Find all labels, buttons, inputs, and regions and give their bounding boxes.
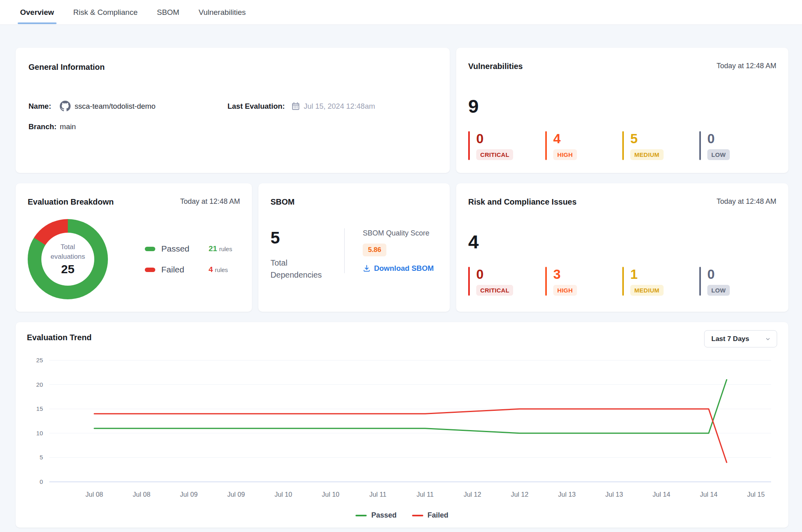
- date-range-value: Last 7 Days: [711, 335, 749, 343]
- chevron-down-icon: [765, 336, 771, 342]
- risk-severity-row: 0 CRITICAL 3 HIGH 1 MEDIUM: [468, 267, 776, 296]
- repo-name-value: ssca-team/todolist-demo: [75, 102, 156, 111]
- severity-bar: [545, 267, 547, 296]
- sbom-title: SBOM: [270, 197, 438, 207]
- overview-page: General Information Name: ssca-team/todo…: [0, 25, 802, 528]
- last-evaluation-value: Jul 15, 2024 12:48am: [304, 102, 375, 111]
- svg-text:Jul 11: Jul 11: [369, 491, 386, 498]
- branch-label: Branch:: [28, 122, 60, 131]
- download-sbom-link[interactable]: Download SBOM: [363, 264, 434, 273]
- high-badge: HIGH: [553, 285, 577, 296]
- vulnerabilities-severity-row: 0 CRITICAL 4 HIGH 5 MEDIUM: [468, 131, 776, 160]
- legend-row-failed: Failed 4 rules: [145, 265, 232, 274]
- severity-bar: [622, 131, 624, 160]
- evaluation-breakdown-title: Evaluation Breakdown: [28, 197, 114, 207]
- low-badge: LOW: [707, 149, 730, 160]
- general-information-card: General Information Name: ssca-team/todo…: [16, 48, 450, 173]
- low-badge: LOW: [707, 285, 730, 296]
- severity-critical: 0 CRITICAL: [468, 267, 545, 296]
- trend-legend: Passed Failed: [27, 511, 777, 520]
- critical-count: 0: [476, 132, 513, 146]
- svg-text:Jul 12: Jul 12: [463, 491, 481, 498]
- svg-text:Jul 09: Jul 09: [180, 491, 198, 498]
- svg-text:Jul 09: Jul 09: [227, 491, 245, 498]
- trend-failed-label: Failed: [428, 511, 449, 520]
- critical-count: 0: [476, 267, 513, 282]
- severity-bar: [468, 131, 470, 160]
- dependency-count: 5: [270, 229, 344, 247]
- passed-pill-icon: [145, 247, 155, 251]
- medium-badge: MEDIUM: [630, 285, 664, 296]
- svg-text:Jul 08: Jul 08: [133, 491, 150, 498]
- failed-count: 4: [209, 265, 213, 274]
- svg-text:Jul 13: Jul 13: [605, 491, 623, 498]
- quality-score-label: SBOM Quality Score: [363, 229, 434, 238]
- svg-text:10: 10: [36, 430, 43, 437]
- calendar-icon: [291, 102, 300, 111]
- svg-text:Jul 14: Jul 14: [700, 491, 717, 498]
- failed-unit: rules: [215, 266, 228, 273]
- failed-label: Failed: [161, 265, 209, 274]
- trend-chart: 0510152025Jul 08Jul 08Jul 09Jul 09Jul 10…: [27, 352, 777, 510]
- severity-critical: 0 CRITICAL: [468, 131, 545, 160]
- breakdown-legend: Passed 21 rules Failed 4 rules: [145, 244, 232, 274]
- donut-total: 25: [61, 262, 74, 276]
- donut-label: Total evaluations: [47, 242, 89, 262]
- risk-compliance-timestamp: Today at 12:48 AM: [717, 197, 776, 206]
- severity-low: 0 LOW: [699, 131, 776, 160]
- branch-value: main: [60, 122, 76, 131]
- download-sbom-label: Download SBOM: [374, 264, 434, 273]
- tab-vulnerabilities[interactable]: Vulnerabilities: [198, 0, 247, 25]
- critical-badge: CRITICAL: [476, 285, 513, 296]
- severity-medium: 1 MEDIUM: [622, 267, 699, 296]
- severity-bar: [545, 131, 547, 160]
- passed-label: Passed: [161, 244, 209, 254]
- passed-unit: rules: [219, 246, 232, 252]
- svg-text:Jul 15: Jul 15: [747, 491, 765, 498]
- trend-legend-failed: Failed: [412, 511, 449, 520]
- vulnerabilities-total: 9: [468, 97, 776, 116]
- failed-line-icon: [412, 515, 423, 516]
- medium-count: 1: [630, 267, 664, 282]
- tab-risk-compliance[interactable]: Risk & Compliance: [73, 0, 139, 25]
- evaluation-trend-card: Evaluation Trend Last 7 Days 0510152025J…: [16, 322, 788, 528]
- svg-text:Jul 12: Jul 12: [511, 491, 528, 498]
- tab-sbom[interactable]: SBOM: [156, 0, 180, 25]
- severity-bar: [468, 267, 470, 296]
- svg-text:5: 5: [40, 454, 43, 461]
- risk-compliance-card: Risk and Compliance Issues Today at 12:4…: [456, 183, 788, 312]
- passed-count: 21: [209, 244, 217, 253]
- severity-low: 0 LOW: [699, 267, 776, 296]
- severity-bar: [699, 131, 701, 160]
- name-label: Name:: [28, 102, 60, 111]
- sbom-card: SBOM 5 Total Dependencies SBOM Quality S…: [258, 183, 450, 312]
- medium-count: 5: [630, 132, 664, 146]
- vulnerabilities-card: Vulnerabilities Today at 12:48 AM 9 0 CR…: [456, 48, 788, 173]
- high-count: 3: [553, 267, 577, 282]
- evaluations-donut-chart: Total evaluations 25: [28, 219, 108, 299]
- severity-bar: [622, 267, 624, 296]
- evaluation-trend-title: Evaluation Trend: [27, 333, 91, 342]
- svg-text:Jul 11: Jul 11: [416, 491, 434, 498]
- svg-text:25: 25: [36, 357, 43, 363]
- low-count: 0: [707, 132, 730, 146]
- svg-text:0: 0: [40, 478, 43, 485]
- low-count: 0: [707, 267, 730, 282]
- svg-text:20: 20: [36, 381, 43, 388]
- date-range-select[interactable]: Last 7 Days: [704, 330, 777, 347]
- svg-text:Jul 10: Jul 10: [322, 491, 339, 498]
- vulnerabilities-title: Vulnerabilities: [468, 61, 523, 71]
- last-evaluation-label: Last Evaluation:: [227, 102, 285, 111]
- passed-line-icon: [355, 515, 367, 516]
- failed-pill-icon: [145, 268, 155, 272]
- vulnerabilities-timestamp: Today at 12:48 AM: [717, 61, 776, 70]
- trend-legend-passed: Passed: [355, 511, 396, 520]
- tab-overview[interactable]: Overview: [19, 0, 55, 25]
- risk-compliance-total: 4: [468, 232, 776, 252]
- general-information-title: General Information: [28, 62, 437, 72]
- evaluation-breakdown-timestamp: Today at 12:48 AM: [180, 197, 240, 206]
- svg-text:Jul 10: Jul 10: [274, 491, 292, 498]
- dependency-label: Total Dependencies: [270, 257, 331, 281]
- risk-compliance-title: Risk and Compliance Issues: [468, 197, 577, 207]
- github-icon: [60, 101, 71, 112]
